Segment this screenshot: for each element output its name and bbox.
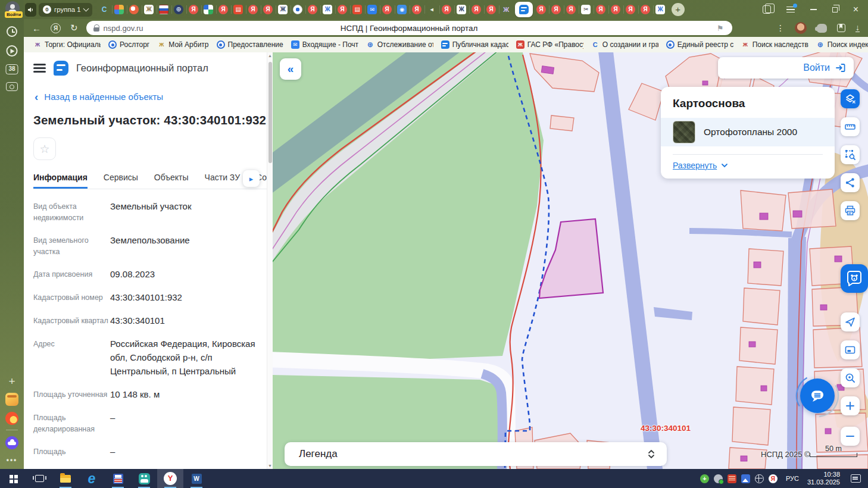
browser-tab[interactable]: Я	[564, 2, 579, 17]
new-tab-icon[interactable]: +	[8, 375, 15, 388]
browser-tab[interactable]: Я	[594, 2, 608, 17]
history-icon[interactable]	[7, 26, 17, 37]
more-icon[interactable]: •••	[7, 456, 18, 464]
bookmark-item[interactable]: Предоставление	[217, 40, 283, 49]
yandex-disk-icon[interactable]	[5, 436, 18, 449]
language-indicator[interactable]: РУС	[786, 475, 799, 482]
address-bar[interactable]: nspd.gov.ru НСПД | Геоинформационный пор…	[86, 21, 732, 35]
yandex-keyboard-icon[interactable]	[5, 393, 18, 406]
browser-tab[interactable]: Ϲ	[97, 2, 112, 17]
browser-tab[interactable]: Ж	[320, 2, 335, 17]
refresh-icon[interactable]: ↻	[70, 23, 78, 33]
browser-tab[interactable]: ✉	[365, 2, 380, 17]
live-icon[interactable]	[7, 45, 18, 57]
contacts-tray-icon[interactable]	[714, 474, 723, 483]
network-tray-icon[interactable]	[755, 474, 764, 483]
speaker-icon[interactable]	[25, 3, 36, 17]
panel-scrollbar[interactable]: ▲ ▼	[267, 52, 273, 469]
basemap-layer-row[interactable]: Ортофотопланы 2000	[661, 118, 835, 146]
browser-tab[interactable]: Ж	[276, 2, 291, 17]
browser-tab[interactable]: ◄	[424, 2, 439, 17]
yandex-music-icon[interactable]	[5, 412, 18, 425]
panel-tab[interactable]: Сервисы	[104, 173, 138, 189]
layers-button[interactable]	[841, 89, 860, 108]
edge-button[interactable]: e	[79, 469, 105, 488]
browser-tab[interactable]: Я	[335, 2, 350, 17]
back-to-results-link[interactable]: ‹ Назад в найденные объекты	[35, 92, 267, 102]
tab-group[interactable]: 0 группа 1	[39, 3, 92, 17]
browser-tab[interactable]: Я	[469, 2, 484, 17]
share-button[interactable]	[841, 173, 860, 192]
print-button[interactable]	[841, 201, 860, 220]
panel-tab[interactable]: Информация	[33, 173, 88, 189]
tab-counter[interactable]: 38	[6, 64, 18, 74]
restore-button[interactable]	[832, 7, 838, 12]
browser-tab[interactable]: ⊕	[171, 2, 186, 17]
bookmark-item[interactable]: Единый реестр су	[666, 40, 733, 49]
browser-login-chip[interactable]: Войти	[4, 1, 21, 18]
browser-tab[interactable]: ▤	[231, 2, 246, 17]
bookmark-item[interactable]: Ж ГАС РФ «Правосу	[516, 40, 583, 49]
browser-tab[interactable]: Ж	[499, 2, 514, 17]
browser-tab[interactable]: Я	[534, 2, 549, 17]
people-app-button[interactable]	[131, 469, 157, 488]
browser-tab[interactable]: ◉	[395, 2, 410, 17]
map-login-button[interactable]: Войти	[718, 57, 854, 79]
browser-tab[interactable]: Я	[186, 2, 201, 17]
browser-tab[interactable]	[112, 2, 127, 17]
notifications-icon[interactable]	[851, 474, 861, 483]
tabs-next-button[interactable]: ▸	[243, 170, 260, 187]
browser-tab[interactable]: Я	[305, 2, 320, 17]
zoom-in-button[interactable]	[841, 396, 860, 415]
yandex-search-icon[interactable]: Я	[51, 23, 61, 33]
file-explorer-button[interactable]	[52, 469, 79, 488]
user-avatar[interactable]	[795, 22, 807, 34]
browser-tab[interactable]	[157, 2, 171, 17]
browser-tab[interactable]: Ж	[653, 2, 668, 17]
bookmark-item[interactable]: Ж Торги: Официаль	[33, 40, 101, 49]
new-tab-button[interactable]: +	[672, 3, 685, 16]
back-icon[interactable]: ←	[32, 23, 41, 33]
bookmark-item[interactable]: ⊕ Отслеживание от	[366, 40, 433, 49]
area-search-button[interactable]	[841, 145, 860, 164]
browser-tab[interactable]: Я	[608, 2, 623, 17]
browser-tab[interactable]	[127, 2, 142, 17]
bookmark-item[interactable]: Ж Мой Арбитр	[157, 40, 208, 49]
browser-tab[interactable]: Я	[623, 2, 638, 17]
downloads-icon[interactable]: ↓	[855, 24, 860, 32]
map-canvas[interactable]: « Войти Картооснова Ортофотопланы 2000 Р…	[273, 52, 868, 469]
scroll-up-icon[interactable]: ▲	[267, 54, 273, 58]
locate-button[interactable]	[841, 312, 860, 331]
close-button[interactable]: ×	[853, 5, 858, 14]
side-panel-icon[interactable]	[763, 5, 771, 14]
browser-tab[interactable]: Я	[246, 2, 261, 17]
browser-tab[interactable]: Я	[261, 2, 276, 17]
screenshot-icon[interactable]	[6, 82, 18, 91]
favorite-button[interactable]: ☆	[33, 137, 56, 160]
taskbar-clock[interactable]: 10:38 31.03.2025	[807, 471, 840, 486]
browser-tab[interactable]: Я	[410, 2, 424, 17]
browser-tab[interactable]	[291, 2, 305, 17]
browser-tab[interactable]: Я	[549, 2, 564, 17]
menu-icon[interactable]	[33, 64, 46, 65]
browser-menu-icon[interactable]	[786, 7, 795, 12]
extensions-menu-icon[interactable]: ⋮	[776, 23, 785, 33]
browser-tab[interactable]: Я	[484, 2, 499, 17]
start-button[interactable]	[0, 469, 26, 488]
collapse-panel-button[interactable]: «	[280, 58, 301, 80]
antivirus-tray-icon[interactable]: +	[700, 474, 709, 483]
browser-tab[interactable]: ▤	[350, 2, 365, 17]
search-here-button[interactable]	[841, 368, 860, 387]
browser-tab[interactable]: Я	[380, 2, 395, 17]
chat-button[interactable]	[800, 378, 835, 413]
legend-bar[interactable]: Легенда	[285, 442, 667, 466]
bookmark-item[interactable]: Рослторг	[108, 40, 149, 49]
panel-tab[interactable]: Объекты	[154, 173, 189, 189]
basemap-expand-link[interactable]: Развернуть	[673, 161, 823, 170]
bookmarks-panel-icon[interactable]	[837, 24, 845, 32]
notes-app-button[interactable]	[105, 469, 131, 488]
zoom-out-button[interactable]	[841, 427, 860, 446]
bookmark-item[interactable]: ⊕ Поиск индекса –	[816, 40, 868, 49]
scrollbar-thumb[interactable]	[268, 62, 272, 163]
bookmark-item[interactable]: ✉ Входящие - Почт	[291, 40, 358, 49]
